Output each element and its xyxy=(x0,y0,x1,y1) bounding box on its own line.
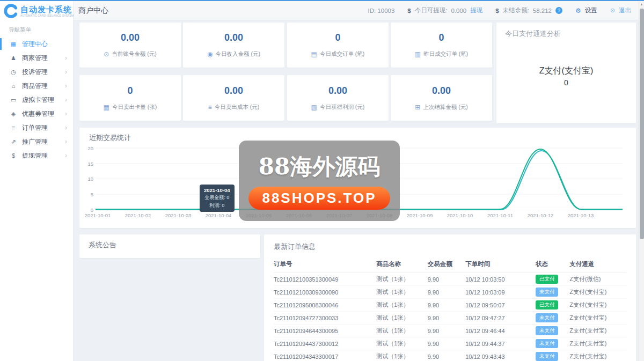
yen-circle-icon: ◉ xyxy=(207,50,213,58)
app-logo[interactable]: 自动发卡系统 AUTOMATIC CARD ISSUANCE SYSTEM xyxy=(0,1,73,21)
pay-channel: Z支付(微信) xyxy=(569,273,626,286)
stat-card-last-settlement: 0.00 ⊞上次结算金额 (元) xyxy=(391,75,492,121)
y-tick: 20 xyxy=(79,145,93,151)
sidebar-item-coupon[interactable]: ◈ 优惠券管理 › xyxy=(0,107,73,121)
table-row: Tc211012100309300090 测试（1张） 9.90 10/12 1… xyxy=(274,286,626,299)
panel-title: 最新订单信息 xyxy=(274,242,626,252)
y-tick: 15 xyxy=(79,161,93,167)
dollar-icon: $ xyxy=(10,152,17,159)
order-time: 10/12 09:50:07 xyxy=(465,299,536,312)
help-icon[interactable]: ? xyxy=(555,7,562,14)
sidebar-item-label: 订单管理 xyxy=(22,123,48,132)
stat-card-today-profit: 0.00 ▧今日获得利润 (元) xyxy=(287,75,389,121)
status-badge: 已支付 xyxy=(536,300,559,310)
sidebar-item-goods[interactable]: ⌂ 商品管理 › xyxy=(0,79,73,93)
chevron-right-icon: › xyxy=(65,54,67,62)
list-icon: ≡ xyxy=(10,124,17,131)
vertical-scrollbar[interactable]: ▲ xyxy=(639,1,644,361)
balance-value: 58.212 xyxy=(533,8,552,14)
order-time: 10/12 09:46:44 xyxy=(465,325,536,337)
channel-summary: Z支付(支付宝) 0 xyxy=(496,65,636,87)
product-name: 测试（1张） xyxy=(376,286,428,299)
app-title: 自动发卡系统 xyxy=(20,5,74,13)
y-tick: 10 xyxy=(79,176,93,182)
product-name: 测试（1张） xyxy=(376,325,428,337)
sidebar-item-merchant[interactable]: ♟ 商家管理 › xyxy=(0,51,73,65)
order-no: Tc211012100309300090 xyxy=(274,286,376,299)
x-tick: 2021-10-02 xyxy=(125,212,151,218)
stat-value: 0.00 xyxy=(328,85,347,97)
logo-icon xyxy=(4,4,18,18)
sidebar-item-promotion[interactable]: ⇗ 推广管理 › xyxy=(0,135,73,149)
order-no: Tc211012094644300095 xyxy=(274,325,376,337)
power-icon[interactable]: ⊙ xyxy=(610,7,615,14)
order-no: Tc211012094727300033 xyxy=(274,312,376,325)
sidebar: 自动发卡系统 AUTOMATIC CARD ISSUANCE SYSTEM 导航… xyxy=(0,1,74,361)
withdrawable-label: 今日可提现: xyxy=(415,6,448,14)
col-order-no: 订单号 xyxy=(274,257,376,273)
status-badge: 未支付 xyxy=(536,288,559,297)
dollar-icon: $ xyxy=(407,8,411,14)
database-icon: ≡ xyxy=(208,104,212,111)
card-icon: ▭ xyxy=(10,97,17,104)
order-time: 10/12 09:43:43 xyxy=(465,350,536,361)
merchant-dashboard-page: 自动发卡系统 AUTOMATIC CARD ISSUANCE SYSTEM 导航… xyxy=(0,0,644,361)
stat-label: 今日成交订单 (笔) xyxy=(320,50,364,58)
payment-channel-panel: 今日支付通道分析 Z支付(支付宝) 0 xyxy=(496,23,636,123)
stat-card-account-balance: 0.00 ⊙当前账号金额 (元) xyxy=(79,23,181,68)
sidebar-item-virtual-card[interactable]: ▭ 虚拟卡管理 › xyxy=(0,93,73,107)
transactions-chart-panel: 近期交易统计 20 15 10 5 0 2021-10-01 2021-10-0… xyxy=(79,128,636,228)
order-no: Tc211012100351300049 xyxy=(274,273,376,286)
watermark-text: 88海外源码 xyxy=(259,152,380,182)
amount: 9.90 xyxy=(428,312,465,325)
panel-title: 系统公告 xyxy=(89,240,251,250)
order-no: Tc211012095008300046 xyxy=(274,299,376,312)
sidebar-item-complaint[interactable]: ◷ 投诉管理 › xyxy=(0,65,73,79)
amount: 9.90 xyxy=(428,337,465,350)
briefcase-icon: ⌂ xyxy=(10,83,17,89)
col-product: 商品名称 xyxy=(376,257,428,273)
table-row: Tc211012094644300095 测试（1张） 9.90 10/12 0… xyxy=(274,325,626,337)
order-time: 10/12 09:44:37 xyxy=(465,337,536,350)
order-no: Tc211012094343300017 xyxy=(274,350,376,361)
x-tick: 2021-10-01 xyxy=(85,212,111,218)
settings-button[interactable]: 设置 xyxy=(585,6,597,14)
sidebar-item-withdraw[interactable]: $ 提现管理 › xyxy=(0,149,73,163)
logout-button[interactable]: 退出 xyxy=(619,6,631,14)
dollar-icon: $ xyxy=(495,8,499,14)
document-icon: ▥ xyxy=(415,50,421,58)
stat-label: 今日获得利润 (元) xyxy=(320,104,364,111)
chevron-right-icon: › xyxy=(65,152,67,159)
amount: 9.90 xyxy=(428,325,465,337)
merchant-id: ID: 10003 xyxy=(368,8,394,14)
table-row: Tc211012100351300049 测试（1张） 9.90 10/12 1… xyxy=(274,273,626,286)
orders-table: 订单号 商品名称 交易金额 下单时间 状态 支付通道 Tc21101210035… xyxy=(274,257,626,361)
scroll-up-arrow[interactable]: ▲ xyxy=(639,1,644,8)
col-channel: 支付通道 xyxy=(569,257,626,273)
col-amount: 交易金额 xyxy=(428,257,465,273)
send-icon: ⇗ xyxy=(10,138,17,145)
scrollbar-thumb[interactable] xyxy=(640,9,644,239)
x-tick: 2021-10-03 xyxy=(165,212,192,218)
stat-card-yesterday-orders: 0 ▥昨日成交订单 (笔) xyxy=(391,23,492,68)
page-title: 商户中心 xyxy=(78,6,108,16)
withdraw-link[interactable]: 提现 xyxy=(470,6,482,14)
tooltip-date: 2021-10-04 xyxy=(204,187,230,193)
table-row: Tc211012094727300033 测试（1张） 9.90 10/12 0… xyxy=(274,312,626,325)
status-badge: 未支付 xyxy=(536,339,559,348)
clock-icon: ◷ xyxy=(10,69,17,76)
sidebar-item-orders[interactable]: ≡ 订单管理 › xyxy=(0,121,73,135)
order-time: 10/12 10:03:50 xyxy=(465,273,536,286)
chevron-right-icon: › xyxy=(65,82,67,90)
amount: 9.90 xyxy=(428,273,465,286)
x-tick: 2021-10-12 xyxy=(528,212,554,218)
sidebar-item-admin-center[interactable]: ▦ 管理中心 xyxy=(0,37,73,51)
chevron-right-icon: › xyxy=(65,138,67,145)
gear-icon[interactable]: ⚙ xyxy=(575,7,581,14)
pay-channel: Z支付(支付宝) xyxy=(569,337,626,350)
product-name: 测试（1张） xyxy=(376,350,428,361)
chart-tooltip: 2021-10-04 交易金额: 0 利润: 0 xyxy=(200,185,235,212)
channel-value: 0 xyxy=(496,78,636,87)
nav-section-label: 导航菜单 xyxy=(9,26,73,34)
channel-name: Z支付(支付宝) xyxy=(496,65,636,77)
